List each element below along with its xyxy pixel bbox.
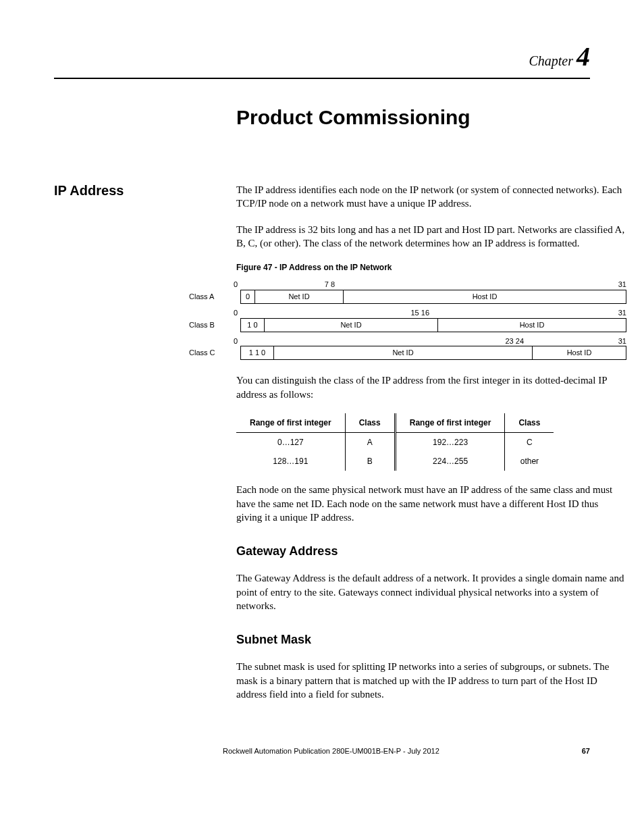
bit-label: 31 bbox=[432, 308, 626, 318]
cell: 192…223 bbox=[395, 432, 505, 452]
prefix-bits: 0 bbox=[241, 290, 255, 303]
publication-info: Rockwell Automation Publication 280E-UM0… bbox=[223, 747, 439, 755]
col-header: Class bbox=[505, 413, 554, 433]
body-paragraph: You can distinguish the class of the IP … bbox=[236, 373, 626, 401]
prefix-bits: 1 1 0 bbox=[241, 346, 274, 359]
chapter-label: Chapter 4 bbox=[54, 41, 590, 72]
netid-cell: Net ID bbox=[274, 346, 533, 359]
cell: C bbox=[505, 432, 554, 452]
figure-caption: Figure 47 - IP Address on the IP Network bbox=[236, 262, 626, 273]
bit-label: 7 8 bbox=[254, 280, 338, 290]
bit-label: 15 16 bbox=[254, 308, 432, 318]
bit-label: 23 24 bbox=[254, 336, 527, 346]
subheading: Subnet Mask bbox=[236, 631, 626, 648]
page-footer: Rockwell Automation Publication 280E-UM0… bbox=[54, 747, 590, 755]
body-paragraph: The IP address identifies each node on t… bbox=[236, 183, 626, 211]
ip-class-diagram: 0 7 8 31 Class A 0 Net ID Host ID bbox=[182, 280, 626, 360]
section-heading: IP Address bbox=[54, 183, 236, 713]
class-label: Class A bbox=[182, 292, 240, 302]
body-paragraph: The IP address is 32 bits long and has a… bbox=[236, 223, 626, 251]
subheading: Gateway Address bbox=[236, 543, 626, 559]
netid-cell: Net ID bbox=[265, 319, 438, 332]
bit-label: 0 bbox=[234, 308, 254, 318]
col-header: Class bbox=[345, 413, 395, 433]
body-paragraph: The subnet mask is used for splitting IP… bbox=[236, 660, 626, 701]
bit-label: 0 bbox=[234, 280, 254, 290]
body-paragraph: Each node on the same physical network m… bbox=[236, 483, 626, 524]
col-header: Range of first integer bbox=[395, 413, 505, 433]
bit-label: 31 bbox=[338, 280, 626, 290]
hostid-cell: Host ID bbox=[438, 319, 626, 332]
cell: A bbox=[345, 432, 395, 452]
cell: other bbox=[505, 452, 554, 471]
hostid-cell: Host ID bbox=[344, 290, 626, 303]
cell: 224…255 bbox=[395, 452, 505, 471]
bit-label: 0 bbox=[234, 336, 254, 346]
cell: 0…127 bbox=[236, 432, 345, 452]
body-paragraph: The Gateway Address is the default addre… bbox=[236, 571, 626, 613]
netid-cell: Net ID bbox=[255, 290, 344, 303]
bit-label: 31 bbox=[527, 336, 626, 346]
cell: B bbox=[345, 452, 395, 471]
page-title: Product Commissioning bbox=[236, 106, 590, 129]
rule bbox=[54, 78, 590, 79]
hostid-cell: Host ID bbox=[533, 346, 626, 359]
col-header: Range of first integer bbox=[236, 413, 345, 433]
class-range-table: Range of first integer Class Range of fi… bbox=[236, 413, 554, 471]
class-label: Class C bbox=[182, 348, 240, 358]
prefix-bits: 1 0 bbox=[241, 319, 265, 332]
cell: 128…191 bbox=[236, 452, 345, 471]
class-label: Class B bbox=[182, 320, 240, 330]
chapter-number: 4 bbox=[576, 41, 590, 72]
page-number: 67 bbox=[582, 747, 590, 755]
chapter-word: Chapter bbox=[529, 53, 573, 68]
